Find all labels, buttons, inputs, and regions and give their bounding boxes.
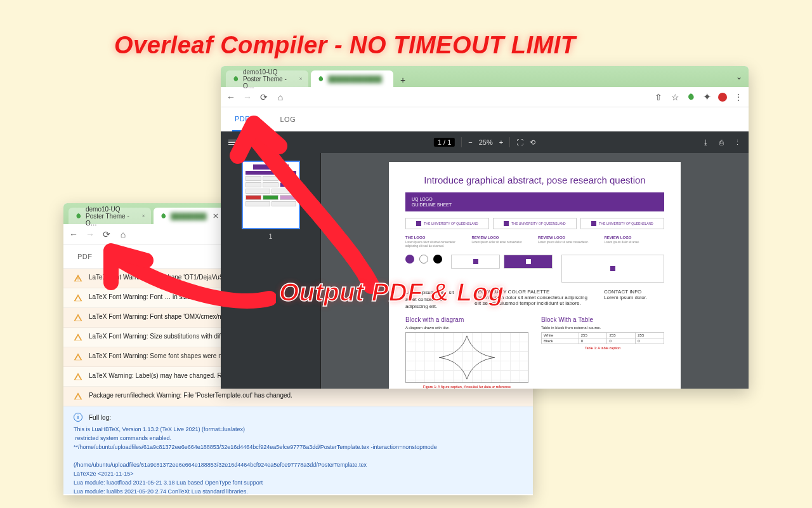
section-row: THE LOGOLorem ipsum dolor sit amet conse… — [405, 236, 664, 248]
warning-icon — [74, 313, 82, 322]
download-icon[interactable]: ⭳ — [702, 138, 709, 147]
overleaf-icon — [75, 213, 82, 220]
reload-icon[interactable]: ⟳ — [259, 92, 269, 102]
fit-page-icon[interactable]: ⛶ — [516, 138, 523, 146]
svg-rect-1 — [77, 277, 78, 279]
more-icon[interactable]: ⋮ — [734, 138, 741, 147]
svg-point-0 — [77, 279, 78, 280]
info-icon: i — [74, 413, 82, 422]
rotate-icon[interactable]: ⟲ — [530, 138, 535, 147]
browser-tabstrip: demo10-UQ Poster Theme - O… ████████████… — [221, 66, 749, 87]
home-icon[interactable]: ⌂ — [275, 92, 285, 102]
page-indicator[interactable]: 1 / 1 — [434, 138, 455, 146]
new-tab-button[interactable]: + — [396, 73, 410, 87]
overleaf-ext-icon[interactable] — [686, 93, 695, 102]
color-swatches — [405, 255, 442, 264]
menu-icon[interactable]: ⋮ — [733, 92, 743, 102]
warning-icon — [74, 293, 82, 302]
warning-icon — [74, 372, 82, 381]
profile-avatar[interactable] — [718, 93, 727, 102]
address-bar: ← → ⟳ ⌂ ⇧ ☆ ✦ ⋮ — [221, 87, 749, 107]
browser-tab[interactable]: demo10-UQ Poster Theme - O… — [226, 70, 308, 87]
close-icon[interactable] — [142, 213, 145, 218]
overleaf-icon — [317, 76, 324, 83]
guideline-banner: UQ LOGO GUIDELINE SHEET — [405, 192, 664, 211]
warning-icon — [74, 392, 82, 401]
close-icon[interactable] — [213, 213, 218, 218]
tab-label-blurred: ████████ — [171, 213, 207, 220]
pdf-page: Introduce graphical abstract, pose resea… — [389, 162, 681, 389]
tab-label: demo10-UQ Poster Theme - O… — [86, 206, 136, 227]
print-icon[interactable]: ⎙ — [719, 138, 724, 147]
poster-title: Introduce graphical abstract, pose resea… — [405, 175, 664, 186]
table-caption: Table 1: A table caption — [541, 346, 664, 350]
overleaf-icon — [160, 213, 167, 220]
figure-caption: Figure 1: A figure caption, if needed fo… — [405, 385, 528, 389]
browser-tab-active[interactable]: ████████████ — [311, 70, 393, 87]
block-diagram-heading: Block with a diagram — [405, 316, 528, 323]
zoom-in-icon[interactable]: + — [499, 138, 503, 146]
arrow-annotation — [92, 238, 276, 321]
full-log-title: Full log: — [89, 414, 111, 421]
warning-icon — [74, 352, 82, 361]
subheadline: Output PDF & Log — [279, 278, 504, 307]
block-table-heading: Block With a Table — [541, 316, 664, 323]
warning-icon — [74, 333, 82, 342]
browser-tab-active[interactable]: ████████ — [154, 208, 225, 224]
tikz-diagram — [405, 332, 528, 383]
full-log-block: i Full log: This is LuaHBTeX, Version 1.… — [63, 406, 533, 494]
star-icon[interactable]: ☆ — [670, 92, 680, 102]
headline: Overleaf Compiler - NO TIMEOUT LIMIT — [114, 32, 575, 59]
tab-label: demo10-UQ Poster Theme - O… — [243, 69, 293, 90]
tab-label-blurred: ████████████ — [328, 76, 382, 83]
back-icon[interactable]: ← — [226, 92, 236, 102]
back-icon[interactable]: ← — [69, 229, 79, 239]
close-icon[interactable] — [299, 76, 302, 81]
overleaf-icon — [232, 76, 239, 83]
full-log-body[interactable]: This is LuaHBTeX, Version 1.13.2 (TeX Li… — [74, 425, 523, 494]
forward-icon[interactable]: → — [242, 92, 252, 102]
browser-tab[interactable]: demo10-UQ Poster Theme - O… — [69, 208, 151, 224]
chevron-down-icon[interactable]: ⌄ — [736, 72, 742, 81]
upload-icon[interactable]: ⇧ — [653, 92, 664, 102]
log-warning[interactable]: Package rerunfilecheck Warning: File 'Po… — [63, 387, 533, 406]
zoom-level[interactable]: 25% — [479, 138, 493, 146]
zoom-out-icon[interactable]: − — [468, 138, 472, 146]
warning-icon — [74, 274, 82, 283]
data-table: White255255255 Black000 — [541, 332, 664, 344]
extensions-icon[interactable]: ✦ — [702, 92, 712, 102]
logo-row: THE UNIVERSITY OF QUEENSLAND THE UNIVERS… — [405, 218, 664, 229]
